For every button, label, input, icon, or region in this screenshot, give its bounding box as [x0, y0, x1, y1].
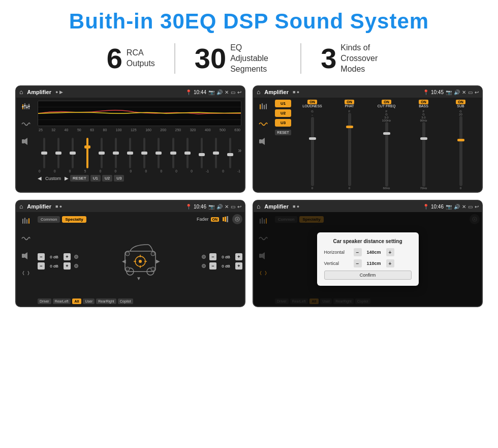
- fader-speaker-dot-1: [74, 255, 78, 259]
- fader-left-db: − 0 dB + − 0 dB +: [38, 253, 78, 270]
- fader-db3-minus[interactable]: −: [209, 253, 216, 260]
- eq-slider-5[interactable]: [109, 138, 122, 168]
- svg-rect-16: [259, 139, 262, 143]
- svg-text:◀: ◀: [122, 258, 126, 264]
- sub-on-badge[interactable]: ON: [456, 100, 465, 104]
- eq-content: 253240506380100125160200250320400500630: [16, 98, 244, 192]
- crossover-u2-btn[interactable]: U2: [275, 109, 291, 117]
- fader-db4-value: 0 dB: [218, 264, 234, 268]
- fader-sidebar-arrows-icon[interactable]: [19, 268, 33, 278]
- bass-on-badge[interactable]: ON: [419, 100, 428, 104]
- fader-db1-plus[interactable]: +: [64, 253, 71, 260]
- modal-vertical-plus[interactable]: +: [386, 259, 394, 267]
- modal-vertical-row: Vertical − 110cm +: [324, 259, 412, 267]
- fader-driver-btn[interactable]: Driver: [38, 298, 51, 304]
- crossover-u1-btn[interactable]: U1: [275, 100, 291, 107]
- modal-vertical-minus[interactable]: −: [354, 259, 362, 267]
- fader-rearright-btn[interactable]: RearRight: [96, 298, 116, 304]
- eq-slider-4[interactable]: [95, 138, 108, 168]
- fader-content: Common Specialty Fader ON: [16, 212, 244, 306]
- fader-db1-minus[interactable]: −: [38, 253, 45, 260]
- crossover-sidebar-wave-icon[interactable]: [257, 119, 270, 129]
- eq-next-btn[interactable]: ▶: [65, 175, 69, 181]
- fader-settings-icon[interactable]: [232, 214, 242, 224]
- fader-copilot-btn[interactable]: Copilot: [118, 298, 133, 304]
- svg-rect-14: [264, 105, 265, 109]
- eq-sidebar-eq-icon[interactable]: [19, 102, 33, 112]
- eq-title: Amplifier: [27, 89, 51, 95]
- stat-eq: 30 EQ AdjustableSegments: [175, 43, 300, 74]
- crossover-title: Amplifier: [264, 89, 289, 95]
- stats-row: 6 RCAOutputs 30 EQ AdjustableSegments 3 …: [15, 43, 483, 74]
- modal-horizontal-label: Horizontal: [324, 250, 351, 255]
- fader-rearleft-btn[interactable]: RearLeft: [53, 298, 71, 304]
- crossover-sidebar-eq-icon[interactable]: [257, 102, 270, 112]
- distance-vol-icon: 🔊: [454, 204, 460, 210]
- fader-on-badge[interactable]: ON: [211, 217, 220, 222]
- distance-rect-icon: ▭: [468, 204, 473, 210]
- fader-status: ■ ●: [55, 204, 62, 209]
- fader-db3-value: 0 dB: [218, 255, 234, 259]
- loudness-on-badge[interactable]: ON: [307, 100, 317, 104]
- svg-point-36: [151, 267, 155, 271]
- eq-slider-6[interactable]: [123, 138, 137, 168]
- phat-on-badge[interactable]: ON: [345, 100, 354, 104]
- fader-user-btn[interactable]: User: [83, 298, 95, 304]
- eq-slider-10[interactable]: [181, 138, 194, 168]
- fader-common-tab[interactable]: Common: [38, 216, 60, 223]
- eq-prev-btn[interactable]: ◀: [38, 175, 42, 181]
- modal-horizontal-minus[interactable]: −: [354, 248, 362, 256]
- cutfreq-on-badge[interactable]: ON: [382, 100, 391, 104]
- eq-u1-btn[interactable]: U1: [90, 175, 101, 182]
- modal-confirm-btn[interactable]: Confirm: [324, 271, 412, 280]
- fader-sidebar-wave-icon[interactable]: [19, 233, 33, 244]
- eq-slider-3[interactable]: [81, 138, 94, 168]
- eq-slider-11[interactable]: [195, 138, 208, 168]
- eq-slider-13[interactable]: [224, 138, 237, 168]
- svg-text:▼: ▼: [136, 276, 141, 281]
- crossover-home-icon: ⌂: [257, 88, 260, 96]
- crossover-u3-btn[interactable]: U3: [275, 119, 291, 127]
- fader-topbar: ⌂ Amplifier ■ ● 📍 10:46 📷 🔊 ✕ ▭ ↩: [16, 201, 244, 212]
- eq-time: 10:44: [194, 89, 206, 95]
- crossover-sidebar-speaker-icon[interactable]: [257, 136, 270, 146]
- svg-rect-6: [26, 107, 28, 108]
- eq-slider-0[interactable]: [38, 138, 51, 168]
- eq-slider-8[interactable]: [152, 138, 165, 168]
- fader-db2-minus[interactable]: −: [38, 262, 45, 270]
- eq-slider-7[interactable]: [138, 138, 151, 168]
- fader-car-graphic: ▼ ◀ ▶: [80, 238, 200, 284]
- fader-sidebar-eq-icon[interactable]: [19, 216, 33, 226]
- fader-sidebar-speaker-icon[interactable]: [19, 251, 33, 261]
- modal-horizontal-plus[interactable]: +: [386, 248, 394, 256]
- distance-modal: Car speaker distance setting Horizontal …: [317, 232, 419, 286]
- eq-reset-btn[interactable]: RESET: [70, 175, 89, 182]
- svg-rect-21: [22, 254, 24, 258]
- distance-modal-overlay: Car speaker distance setting Horizontal …: [254, 212, 482, 306]
- crossover-reset-btn[interactable]: RESET: [275, 130, 291, 135]
- crossover-time: 10:45: [431, 89, 444, 95]
- eq-sidebar-wave-icon[interactable]: [19, 119, 33, 129]
- eq-u3-btn[interactable]: U3: [114, 175, 124, 182]
- distance-content: Common Specialty: [254, 212, 482, 306]
- eq-slider-2[interactable]: [66, 138, 79, 168]
- eq-sidebar-speaker-icon[interactable]: [19, 136, 33, 146]
- fader-speaker-dot-2: [74, 264, 78, 268]
- crossover-sidebar: [254, 98, 273, 192]
- fader-all-btn[interactable]: All: [72, 298, 82, 304]
- modal-vertical-value: 110cm: [365, 261, 383, 266]
- eq-slider-1[interactable]: [52, 138, 65, 168]
- fader-db3-plus[interactable]: +: [235, 253, 242, 260]
- fader-x-icon: ✕: [225, 204, 229, 210]
- eq-u2-btn[interactable]: U2: [102, 175, 112, 182]
- eq-sliders-row: »: [38, 133, 241, 168]
- fader-controls-area: − 0 dB + − 0 dB +: [38, 226, 242, 297]
- fader-db2-plus[interactable]: +: [64, 262, 71, 270]
- fader-db4-minus[interactable]: −: [209, 262, 216, 270]
- fader-specialty-tab[interactable]: Specialty: [62, 216, 86, 223]
- fader-db4-plus[interactable]: +: [235, 262, 242, 270]
- stat-rca-label: RCAOutputs: [127, 48, 155, 69]
- eq-slider-12[interactable]: [209, 138, 223, 168]
- eq-slider-9[interactable]: [167, 138, 180, 168]
- crossover-content: U1 U2 U3 RESET ON LOUDNESS: [254, 98, 482, 192]
